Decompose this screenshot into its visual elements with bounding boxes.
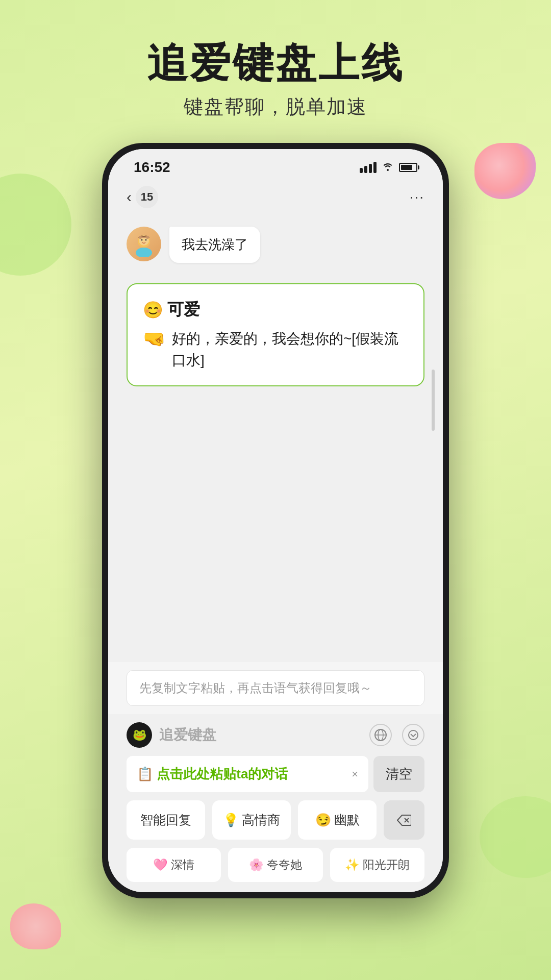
sunshine-label: 阳光开朗 xyxy=(363,857,410,873)
smart-reply-label: 智能回复 xyxy=(140,812,191,828)
scrollbar[interactable] xyxy=(432,370,435,431)
phone-mockup: 16:52 ‹ xyxy=(102,143,449,898)
high-eq-label: 高情商 xyxy=(242,812,280,828)
input-bar: 先复制文字粘贴，再点击语气获得回复哦～ xyxy=(108,662,443,714)
status-time: 16:52 xyxy=(134,159,170,176)
delete-button[interactable] xyxy=(384,800,424,840)
keyboard-section: 🐸 追爱键盘 xyxy=(108,714,443,892)
battery-icon xyxy=(399,163,417,172)
chat-back-area[interactable]: ‹ 15 xyxy=(127,186,158,208)
chat-more-button[interactable]: ··· xyxy=(410,189,424,205)
passionate-button[interactable]: 🩷 深情 xyxy=(127,848,221,882)
compliment-label: 夸夸她 xyxy=(267,857,302,873)
passionate-label: 深情 xyxy=(171,857,194,873)
keyboard-logo-emoji: 🐸 xyxy=(133,728,146,742)
paste-close-icon[interactable]: × xyxy=(352,768,358,781)
decorative-heart-blob-bottom xyxy=(10,903,61,949)
svg-point-10 xyxy=(409,730,418,740)
keyboard-name: 追爱键盘 xyxy=(159,725,362,745)
humor-button[interactable]: 😏 幽默 xyxy=(298,800,377,840)
high-eq-button[interactable]: 💡 高情商 xyxy=(212,800,291,840)
paste-label[interactable]: 📋 点击此处粘贴ta的对话 xyxy=(137,765,288,783)
mood-buttons-row: 🩷 深情 🌸 夸夸她 ✨ 阳光开朗 xyxy=(108,848,443,882)
decorative-blob-left xyxy=(0,174,71,276)
decorative-blob-right-bottom xyxy=(480,796,551,878)
ai-suggestion-title: 😊 可爱 xyxy=(143,299,408,321)
hand-emoji-icon: 🤜 xyxy=(143,328,166,350)
notification-badge[interactable]: 15 xyxy=(136,186,158,208)
keyboard-action-icons xyxy=(369,724,424,746)
status-icons xyxy=(360,162,417,174)
compliment-emoji: 🌸 xyxy=(249,858,264,872)
phone-outer-frame: 16:52 ‹ xyxy=(102,143,449,898)
keyboard-header: 🐸 追爱键盘 xyxy=(108,714,443,756)
page-subtitle: 键盘帮聊，脱单加速 xyxy=(0,94,551,120)
phone-screen: 16:52 ‹ xyxy=(108,149,443,892)
ai-suggestion-card[interactable]: 😊 可爱 🤜 好的，亲爱的，我会想你的~[假装流口水] xyxy=(127,283,424,386)
chevron-down-button[interactable] xyxy=(402,724,424,746)
ai-suggestion-text: 好的，亲爱的，我会想你的~[假装流口水] xyxy=(172,328,408,371)
chat-area: 我去洗澡了 😊 可爱 🤜 好的，亲爱的，我会想你的~[假装流口水] xyxy=(108,216,443,662)
main-title: 追爱键盘上线 xyxy=(0,41,551,86)
wifi-icon xyxy=(382,162,394,174)
quick-reply-row: 智能回复 💡 高情商 😏 幽默 xyxy=(108,800,443,840)
svg-point-6 xyxy=(146,236,149,239)
received-message-row: 我去洗澡了 xyxy=(127,227,424,263)
status-bar: 16:52 xyxy=(108,149,443,181)
message-input[interactable]: 先复制文字粘贴，再点击语气获得回复哦～ xyxy=(127,670,424,706)
ai-suggestion-body: 🤜 好的，亲爱的，我会想你的~[假装流口水] xyxy=(143,328,408,371)
svg-point-4 xyxy=(145,239,147,241)
sunshine-button[interactable]: ✨ 阳光开朗 xyxy=(330,848,424,882)
paste-input-area[interactable]: 📋 点击此处粘贴ta的对话 × xyxy=(127,756,368,792)
ai-suggestion-emoji: 😊 xyxy=(143,300,163,320)
smart-reply-button[interactable]: 智能回复 xyxy=(127,800,205,840)
back-arrow-icon[interactable]: ‹ xyxy=(127,188,132,206)
paste-banner: 📋 点击此处粘贴ta的对话 × 清空 xyxy=(127,756,424,792)
svg-point-1 xyxy=(136,248,152,257)
signal-icon xyxy=(360,162,377,173)
contact-avatar xyxy=(127,227,161,261)
ai-suggestion-title-text: 可爱 xyxy=(167,299,200,321)
chat-header: ‹ 15 ··· xyxy=(108,181,443,216)
sunshine-emoji: ✨ xyxy=(345,858,360,872)
keyboard-logo: 🐸 xyxy=(127,722,152,748)
globe-button[interactable] xyxy=(369,724,392,746)
svg-point-3 xyxy=(141,239,143,241)
decorative-heart-blob-top xyxy=(474,143,536,199)
humor-label: 幽默 xyxy=(334,812,360,828)
page-title-area: 追爱键盘上线 键盘帮聊，脱单加速 xyxy=(0,0,551,120)
high-eq-emoji: 💡 xyxy=(223,813,239,827)
clear-button[interactable]: 清空 xyxy=(373,756,424,792)
received-message-bubble: 我去洗澡了 xyxy=(169,227,260,263)
svg-point-5 xyxy=(139,236,142,239)
passionate-emoji: 🩷 xyxy=(153,858,168,872)
humor-emoji: 😏 xyxy=(315,813,331,827)
compliment-button[interactable]: 🌸 夸夸她 xyxy=(228,848,322,882)
